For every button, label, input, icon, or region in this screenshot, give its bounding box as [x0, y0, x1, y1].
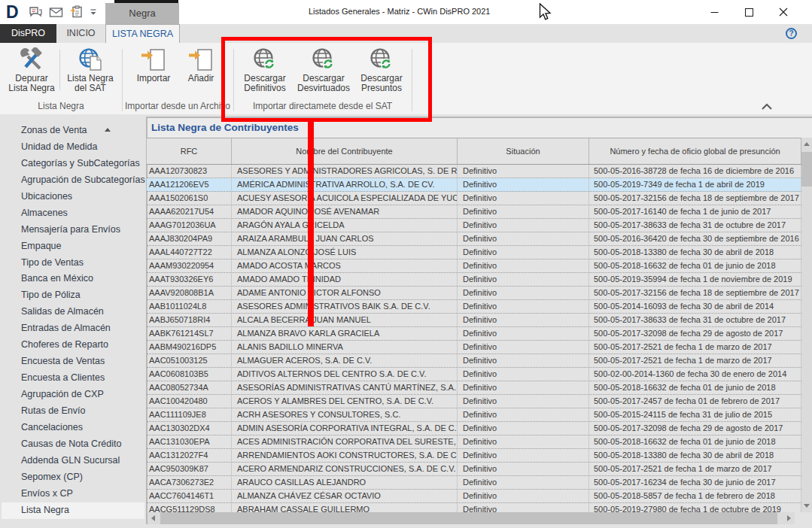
- table-row[interactable]: AAB1011024L8ASESORES ADMINISTRATIVOS BAI…: [147, 300, 801, 314]
- sidebar-item-empaque[interactable]: Empaque: [0, 238, 146, 255]
- cell-nombre: ACERO ARMENDARIZ CONSTRUCCIONES, S.A. DE…: [232, 463, 458, 475]
- column-header-rfc[interactable]: RFC: [147, 138, 232, 164]
- close-button[interactable]: [766, 0, 801, 24]
- tab-dispro[interactable]: DisPRO: [0, 24, 56, 43]
- sidebar-item-causas-de-nota-cr-dito[interactable]: Causas de Nota Crédito: [0, 436, 146, 453]
- sidebar-item-addenda-gln-sucursal[interactable]: Addenda GLN Sucursal: [0, 453, 146, 469]
- horizontal-scrollbar[interactable]: [147, 512, 795, 524]
- table-row[interactable]: AAAJ830204PA9ARAIZA ARAMBULA JUAN CARLOS…: [147, 232, 801, 246]
- floating-tab-negra[interactable]: Negra: [105, 3, 179, 24]
- table-row[interactable]: AAC111109JE8ACRH ASESORES Y CONSULTORES,…: [147, 408, 801, 422]
- cell-oficio: 500-05-2018-13380 de fecha 30 de abril d…: [589, 449, 801, 462]
- table-row[interactable]: AAAG7012036UAARAGÓN AYALA GRICELDADefini…: [147, 219, 801, 232]
- sidebar-item-ubicaciones[interactable]: Ubicaciones: [0, 189, 146, 205]
- sidebar-item-lista-negra[interactable]: Lista Negra: [2, 502, 144, 519]
- table-row[interactable]: AABJ650718RI4ALCALA BECERRA JUAN MANUELD…: [147, 314, 801, 327]
- vertical-scrollbar[interactable]: [801, 138, 812, 512]
- sidebar-item-salidas-de-almac-n[interactable]: Salidas de Almacén: [0, 304, 146, 320]
- cell-rfc: AACG511129DS8: [147, 503, 232, 512]
- paste-icon[interactable]: [69, 5, 84, 19]
- maximize-button[interactable]: [731, 0, 766, 24]
- sidebar-item-categor-as-y-subcategor-as[interactable]: Categorías y SubCategorías: [0, 156, 146, 172]
- table-row[interactable]: AACA7306273E2ARAUCO CASILLAS ALEJANDRODe…: [147, 476, 801, 490]
- cell-oficio: 500-05-2018-13380 de fecha 30 de abril d…: [589, 246, 801, 259]
- cell-nombre: ALANIS BADILLO MINERVA: [232, 341, 458, 354]
- app-logo[interactable]: D: [6, 2, 19, 23]
- cell-situacion: Definitivo: [458, 165, 589, 178]
- sidebar-item-unidad-de-medida[interactable]: Unidad de Medida: [0, 139, 146, 156]
- table-row[interactable]: AACC7604146T1ALMANZA CHÁVEZ CÉSAR OCTAVI…: [147, 490, 801, 503]
- sidebar-item-agrupaci-n-de-cxp[interactable]: Agrupación de CXP: [0, 387, 146, 403]
- sidebar-item-choferes-de-reparto[interactable]: Choferes de Reparto: [0, 337, 146, 354]
- cell-rfc: AAC08052734A: [147, 381, 232, 394]
- scroll-up-icon[interactable]: [804, 142, 810, 146]
- cell-situacion: Definitivo: [458, 435, 589, 448]
- horizontal-scroll-thumb[interactable]: [160, 512, 777, 524]
- sidebar-item-encuesta-de-ventas[interactable]: Encuesta de Ventas: [0, 354, 146, 370]
- cell-rfc: AAC100420480: [147, 395, 232, 408]
- sidebar-item-env-os-x-cp[interactable]: Envíos x CP: [0, 486, 146, 502]
- table-row[interactable]: AAC950309K87ACERO ARMENDARIZ CONSTRUCCIO…: [147, 463, 801, 476]
- sidebar-item-almacenes[interactable]: Almacenes: [0, 205, 146, 222]
- table-row[interactable]: AABK761214SL7ALMANZA BRAVO KARLA GRACIEL…: [147, 327, 801, 341]
- column-header-oficio[interactable]: Número y fecha de oficio global de presu…: [589, 138, 801, 164]
- column-header-nombre[interactable]: Nombre del Contribuyente: [232, 138, 458, 164]
- sidebar-item-rutas-de-env-o[interactable]: Rutas de Envío: [0, 403, 146, 420]
- table-row[interactable]: AAA121206EV5AMÉRICA ADMINISTRATIVA ARROL…: [147, 178, 801, 192]
- table-row[interactable]: AAA120730823ASESORES Y ADMINISTRADORES A…: [147, 165, 801, 178]
- help-icon[interactable]: ?: [786, 28, 797, 39]
- table-row[interactable]: AAC131030EPAACES ADMINISTRACIÓN CORPORAT…: [147, 435, 801, 449]
- sidebar: Zonas de VentaUnidad de MedidaCategorías…: [0, 123, 146, 524]
- sidebar-item-zonas-de-venta[interactable]: Zonas de Venta: [0, 123, 146, 139]
- table-row[interactable]: AAC0608103B5ADITIVOS ALTERNOS DEL CENTRO…: [147, 368, 801, 381]
- sidebar-item-tipo-de-ventas[interactable]: Tipo de Ventas: [0, 255, 146, 272]
- scroll-down-icon[interactable]: [804, 504, 810, 508]
- sidebar-scroll-up-icon[interactable]: [105, 128, 111, 132]
- table-row[interactable]: AAAT930326EY6AMADO AMADO TRINIDADDefinit…: [147, 273, 801, 287]
- table-row[interactable]: AAAM930220954AMADO ACOSTA MARCOSDefiniti…: [147, 259, 801, 273]
- cell-nombre: ACEROS Y ALAMBRES DEL CENTRO, S.A. DE C.…: [232, 395, 458, 408]
- table-row[interactable]: AACG511129DS8ABRAHAM CASSALE GUILLERMODe…: [147, 503, 801, 512]
- sidebar-item-entradas-de-almac-n[interactable]: Entradas de Almacén: [0, 320, 146, 337]
- vertical-scroll-thumb[interactable]: [801, 152, 812, 187]
- table-row[interactable]: AAAL440727T22ALMANZA ALONZO JOSÉ LUISDef…: [147, 246, 801, 259]
- cell-nombre: ACUESY ASESORÍA ACUICOLA ESPECIALIZADA D…: [232, 192, 458, 205]
- tab-inicio[interactable]: INICIO: [56, 24, 105, 43]
- ribbon-collapse-icon[interactable]: [760, 102, 774, 111]
- sidebar-item-banca-en-m-xico[interactable]: Banca en México: [0, 271, 146, 287]
- table-row[interactable]: AAAV920808B1AADAME ANTONIO VICTOR ALFONS…: [147, 287, 801, 300]
- cell-nombre: ABRAHAM CASSALE GUILLERMO: [232, 503, 458, 512]
- column-header-situacion[interactable]: Situación: [458, 138, 589, 164]
- tab-lista-negra[interactable]: LISTA NEGRA: [105, 24, 180, 43]
- table-row[interactable]: AAC1312027F4ARRENDAMIENTOS AOKI CONSTRUC…: [147, 449, 801, 463]
- cell-nombre: ARAUCO CASILLAS ALEJANDRO: [232, 476, 458, 489]
- sidebar-item-encuesta-a-clientes[interactable]: Encuesta a Clientes: [0, 370, 146, 387]
- table-row[interactable]: AAAA620217U54AMADOR AQUINO JOSÉ AVENAMAR…: [147, 205, 801, 219]
- cell-rfc: AAAL440727T22: [147, 246, 232, 259]
- sidebar-item-sepomex-cp-[interactable]: Sepomex (CP): [0, 469, 146, 486]
- table-row[interactable]: AAC130302DX4ADMIN ASESORÍA CORPORATIVA I…: [147, 422, 801, 435]
- sidebar-item-cancelaciones[interactable]: Cancelaciones: [0, 420, 146, 436]
- chat-icon[interactable]: [29, 6, 43, 19]
- cell-oficio: 500-05-2017-32098 de fecha 29 de agosto …: [589, 422, 801, 435]
- cell-situacion: Definitivo: [458, 178, 589, 191]
- table-row[interactable]: AAC051003125ALMAGUER ACEROS, S.A. DE C.V…: [147, 354, 801, 368]
- cell-situacion: Definitivo: [458, 300, 589, 313]
- mail-icon[interactable]: [49, 7, 63, 18]
- table-row[interactable]: AAC08052734AASESORÍAS ADMINISTRATIVAS CA…: [147, 381, 801, 395]
- cell-situacion: Definitivo: [458, 503, 589, 512]
- cell-nombre: ACES ADMINISTRACIÓN CORPORATIVA DEL SURE…: [232, 435, 458, 448]
- sidebar-item-tipo-de-p-liza[interactable]: Tipo de Póliza: [0, 287, 146, 304]
- table-row[interactable]: AABM490216DP5ALANIS BADILLO MINERVADefin…: [147, 341, 801, 354]
- sidebar-item-mensajer-a-para-env-os[interactable]: Mensajería para Envíos: [0, 222, 146, 238]
- cell-oficio: 500-05-2017-38633 de fecha 31 de octubre…: [589, 219, 801, 232]
- cell-oficio: 500-05-2019-35994 de fecha 1 de noviembr…: [589, 273, 801, 286]
- qat-dropdown-icon[interactable]: [90, 8, 97, 17]
- table-row[interactable]: AAC100420480ACEROS Y ALAMBRES DEL CENTRO…: [147, 395, 801, 408]
- scroll-left-icon[interactable]: [151, 515, 155, 521]
- minimize-button[interactable]: [697, 0, 731, 24]
- table-row[interactable]: AAA1502061S0ACUESY ASESORÍA ACUICOLA ESP…: [147, 192, 801, 205]
- sidebar-item-agrupaci-n-de-subcategor-as[interactable]: Agrupación de Subcategorías: [0, 172, 146, 189]
- cell-oficio: 500-05-2017-16234 de fecha 30 de junio d…: [589, 476, 801, 489]
- scroll-right-icon[interactable]: [787, 515, 791, 521]
